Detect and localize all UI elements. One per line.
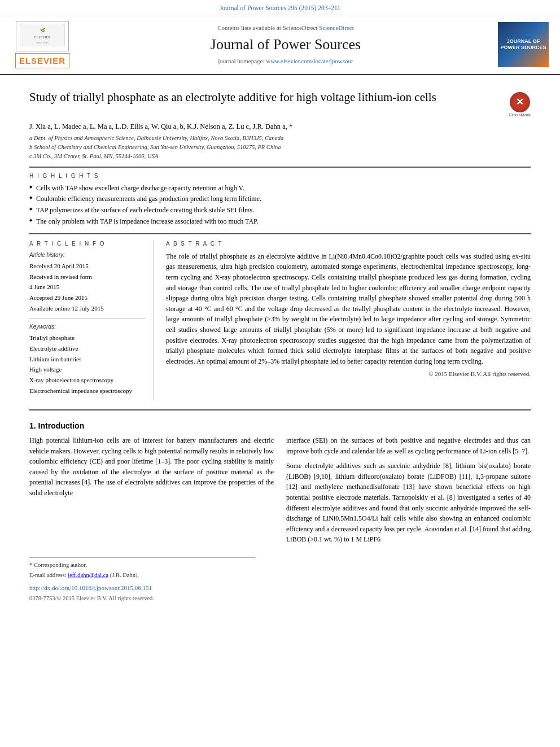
keywords-label: Keywords:: [29, 323, 145, 331]
rule-after-affiliations: [29, 167, 531, 168]
intro-right-para1: interface (SEI) on the surfaces of both …: [286, 435, 531, 456]
intro-right-para2: Some electrolyte additives such as succi…: [286, 461, 531, 545]
email-line: E-mail address: jeff.dahn@dal.ca (J.R. D…: [29, 571, 255, 580]
crossmark-block[interactable]: ✕ CrossMark: [509, 92, 531, 118]
highlight-item-3: TAP polymerizes at the surface of each e…: [29, 206, 531, 215]
affiliation-b: b School of Chemistry and Chemical Engin…: [29, 143, 531, 152]
highlights-section: H I G H L I G H T S Cells with TAP show …: [29, 172, 531, 226]
affiliations-block: a Dept. of Physics and Atmospheric Scien…: [29, 134, 531, 160]
article-history-block: Article history: Received 20 April 2015 …: [29, 251, 145, 313]
main-content: Study of triallyl phosphate as an electr…: [0, 75, 560, 614]
accepted-date: Accepted 29 June 2015: [29, 292, 145, 303]
rule-after-highlights: [29, 233, 531, 234]
journal-header: 🌿 ELSEVIER since 1580 ELSEVIER Contents …: [0, 15, 560, 75]
abstract-col: A B S T R A C T The role of triallyl pho…: [166, 240, 531, 401]
footnotes-block: * Corresponding author. E-mail address: …: [29, 557, 255, 579]
article-title-text: Study of triallyl phosphate as an electr…: [29, 90, 503, 105]
intro-heading: 1. Introduction: [29, 421, 531, 432]
introduction-section: 1. Introduction High potential lithium-i…: [29, 421, 531, 549]
authors-line: J. Xia a, L. Madec a, L. Ma a, L.D. Elli…: [29, 122, 531, 132]
svg-text:ELSEVIER: ELSEVIER: [34, 36, 50, 39]
keywords-block: Keywords: Triallyl phosphate Electrolyte…: [29, 323, 145, 396]
online-date: Available online 12 July 2015: [29, 303, 145, 314]
abstract-header: A B S T R A C T: [166, 240, 531, 248]
corresponding-author-label: * Corresponding author.: [29, 561, 255, 570]
revised-date: 4 June 2015: [29, 282, 145, 292]
revised-label: Received in revised form: [29, 272, 145, 282]
svg-text:since 1580: since 1580: [36, 41, 49, 44]
doi-line[interactable]: http://dx.doi.org/10.1016/j.jpowsour.201…: [29, 584, 531, 592]
intro-left-para1: High potential lithium-ion cells are of …: [29, 435, 274, 499]
journal-cover-logo: JOURNAL OF POWER SOURCES: [498, 22, 549, 67]
keyword-3: Lithium ion batteries: [29, 354, 145, 365]
article-info-abstract-block: A R T I C L E I N F O Article history: R…: [29, 240, 531, 401]
elsevier-logo-block: 🌿 ELSEVIER since 1580 ELSEVIER: [11, 21, 73, 68]
journal-center-info: Contents lists available at ScienceDirec…: [73, 24, 498, 66]
highlights-list: Cells with TAP show excellent charge dis…: [29, 184, 531, 226]
article-info-header: A R T I C L E I N F O: [29, 240, 145, 248]
journal-title-big: Journal of Power Sources: [73, 34, 498, 55]
article-info-col: A R T I C L E I N F O Article history: R…: [29, 240, 154, 401]
keyword-1: Triallyl phosphate: [29, 333, 145, 343]
keyword-5: X-ray photoelectron spectroscopy: [29, 375, 145, 386]
highlight-item-2: Coulombic efficiency measurements and ga…: [29, 194, 531, 204]
article-dates: Received 20 April 2015 Received in revis…: [29, 261, 145, 313]
sciencedirect-link[interactable]: ScienceDirect: [319, 24, 354, 31]
abstract-copyright: © 2015 Elsevier B.V. All rights reserved…: [166, 370, 531, 378]
info-divider: [29, 318, 145, 318]
intro-right-col: interface (SEI) on the surfaces of both …: [286, 435, 531, 549]
highlights-title: H I G H L I G H T S: [29, 172, 531, 180]
journal-ref-text: Journal of Power Sources 295 (2015) 203–…: [220, 5, 340, 11]
abstract-text: The role of triallyl phosphate as an ele…: [166, 251, 531, 367]
crossmark-label: CrossMark: [509, 112, 531, 118]
article-title-block: Study of triallyl phosphate as an electr…: [29, 90, 531, 118]
intro-two-col: High potential lithium-ion cells are of …: [29, 435, 531, 549]
elsevier-name-text: ELSEVIER: [15, 53, 69, 68]
svg-text:🌿: 🌿: [40, 28, 45, 33]
email-person: (J.R. Dahn).: [110, 572, 139, 578]
homepage-link[interactable]: www.elsevier.com/locate/jpowsour: [266, 58, 353, 64]
rule-after-abstract: [29, 409, 531, 410]
received-date: Received 20 April 2015: [29, 261, 145, 272]
highlight-item-1: Cells with TAP show excellent charge dis…: [29, 184, 531, 193]
affiliation-c: c 3M Co., 3M Center, St. Paul, MN, 55144…: [29, 152, 531, 161]
keyword-2: Electrolyte additive: [29, 343, 145, 354]
keyword-4: High voltage: [29, 364, 145, 375]
keyword-6: Electrochemical impedance spectroscopy: [29, 386, 145, 396]
affiliation-a: a Dept. of Physics and Atmospheric Scien…: [29, 134, 531, 143]
intro-left-col: High potential lithium-ion cells are of …: [29, 435, 274, 549]
history-label: Article history:: [29, 251, 145, 259]
keywords-list: Triallyl phosphate Electrolyte additive …: [29, 333, 145, 396]
journal-homepage-line: journal homepage: www.elsevier.com/locat…: [73, 57, 498, 65]
copyright-footer: 0378-7753/© 2015 Elsevier B.V. All right…: [29, 595, 531, 603]
journal-reference-bar: Journal of Power Sources 295 (2015) 203–…: [0, 0, 560, 15]
crossmark-icon: ✕: [510, 92, 530, 112]
sciencedirect-line: Contents lists available at ScienceDirec…: [73, 24, 498, 32]
email-link[interactable]: jeff.dahn@dal.ca: [68, 572, 108, 578]
highlight-item-4: The only problem with TAP is impedance i…: [29, 217, 531, 226]
elsevier-logo-box: 🌿 ELSEVIER since 1580: [16, 21, 69, 51]
email-label: E-mail address:: [29, 572, 67, 578]
